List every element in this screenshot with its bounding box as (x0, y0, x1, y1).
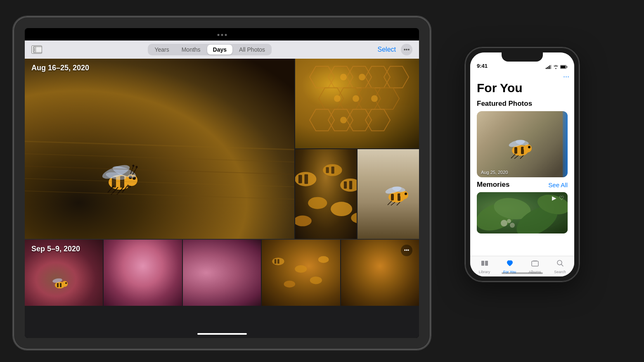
section-label-sep: Sep 5–9, 2020 (31, 245, 80, 253)
tab-all-photos[interactable]: All Photos (233, 45, 271, 55)
photo-honeycomb-top[interactable] (295, 59, 419, 148)
svg-rect-74 (60, 283, 62, 287)
svg-rect-1 (410, 33, 411, 36)
library-icon (481, 259, 489, 269)
sep-bg-3 (183, 240, 261, 306)
svg-point-66 (405, 193, 407, 195)
svg-rect-80 (277, 259, 279, 264)
svg-rect-111 (485, 261, 488, 266)
svg-rect-86 (547, 67, 548, 69)
svg-line-28 (25, 179, 294, 187)
svg-point-108 (510, 223, 515, 228)
memories-header: Memories See All (477, 181, 568, 189)
svg-rect-92 (561, 66, 566, 68)
heart-icon: ♡ (559, 195, 564, 201)
svg-point-58 (308, 197, 327, 209)
tab-albums[interactable]: Albums (522, 259, 547, 274)
svg-rect-73 (57, 283, 59, 287)
photo-sep-2[interactable] (104, 240, 182, 306)
tab-for-you[interactable]: For You (497, 259, 522, 274)
svg-point-109 (507, 219, 511, 223)
foryou-more-icon: ··· (563, 72, 569, 81)
svg-line-69 (388, 201, 392, 205)
sidebar-toggle-button[interactable] (31, 45, 42, 54)
svg-line-101 (514, 155, 519, 159)
tab-days[interactable]: Days (207, 45, 232, 55)
svg-rect-95 (521, 147, 524, 154)
iphone-device: 9:41 (464, 47, 580, 282)
iphone-notch (502, 52, 543, 62)
svg-point-55 (340, 179, 357, 192)
ipad-tab-group: Years Months Days All Photos (148, 44, 272, 55)
ipad-device: 9:41 AM Tues Aug 16 100% (12, 16, 431, 350)
section-more-button[interactable]: ••• (401, 245, 412, 256)
tab-search[interactable]: Search (547, 259, 573, 274)
ipad-frame: 9:41 AM Tues Aug 16 100% (12, 16, 431, 350)
svg-line-25 (25, 141, 294, 150)
section-more-icon: ••• (404, 248, 410, 253)
ipad-statusbar-left: 9:41 AM Tues Aug 16 (33, 31, 83, 37)
svg-rect-94 (514, 147, 517, 154)
photo-sep-4[interactable] (262, 240, 340, 306)
svg-point-59 (331, 202, 352, 216)
ipad-dot-3 (225, 34, 227, 36)
svg-rect-63 (391, 194, 394, 200)
svg-line-26 (25, 154, 294, 162)
photo-sep-3[interactable] (183, 240, 261, 306)
svg-rect-85 (546, 68, 547, 69)
svg-point-60 (295, 216, 312, 226)
svg-point-44 (359, 74, 365, 81)
sep-bees-4 (270, 246, 332, 299)
foryou-more-button[interactable]: ··· (563, 72, 569, 81)
svg-point-76 (65, 282, 67, 284)
tab-library-label: Library (479, 270, 490, 274)
iphone-screen: 9:41 (470, 52, 574, 276)
svg-rect-64 (398, 193, 400, 201)
memories-photo[interactable]: ▶ ♡ (477, 192, 568, 233)
photo-bees-cluster[interactable] (295, 149, 357, 239)
featured-photos-label: Featured Photos (470, 98, 574, 111)
wood-texture (25, 59, 294, 239)
select-button[interactable]: Select (378, 46, 396, 53)
photo-section-aug: Aug 16–25, 2020 (25, 59, 419, 239)
svg-point-61 (351, 212, 357, 223)
svg-point-46 (353, 95, 359, 102)
svg-point-83 (284, 281, 295, 287)
iphone-volume-up-button (464, 81, 465, 92)
iphone-side-button (579, 89, 580, 110)
iphone-time: 9:41 (477, 63, 488, 69)
see-all-button[interactable]: See All (548, 181, 568, 188)
tab-months[interactable]: Months (176, 45, 206, 55)
sidebar-icon (32, 46, 43, 53)
tab-years[interactable]: Years (149, 45, 175, 55)
honeycomb-svg (295, 59, 419, 148)
svg-rect-87 (548, 66, 549, 69)
more-options-button[interactable]: ••• (401, 44, 412, 55)
svg-line-71 (397, 202, 400, 205)
svg-line-102 (520, 155, 523, 159)
albums-icon (531, 259, 539, 269)
svg-point-96 (523, 144, 532, 152)
ipad-screen: 9:41 AM Tues Aug 16 100% (25, 28, 419, 338)
photo-bee-ground[interactable] (358, 149, 419, 239)
tab-library[interactable]: Library (472, 259, 497, 274)
bee-ground-bg (358, 149, 419, 239)
svg-rect-54 (331, 167, 334, 174)
featured-blue-strip (563, 111, 568, 177)
foryou-title: For You (470, 81, 574, 98)
svg-rect-53 (326, 167, 329, 173)
ipad-dot-1 (217, 34, 219, 36)
svg-marker-42 (365, 110, 390, 131)
featured-photo[interactable]: Aug 25, 2020 (477, 111, 568, 177)
ipad-toolbar: Years Months Days All Photos Select ••• (25, 40, 419, 59)
svg-point-65 (400, 191, 408, 199)
memories-title: Memories (477, 181, 509, 189)
ipad-power-button (431, 58, 431, 74)
photo-main-bee-wood[interactable] (25, 59, 294, 239)
ipad-dots (217, 34, 227, 36)
foryou-header: ··· (470, 71, 574, 81)
section1-right (295, 59, 419, 239)
battery-icon (402, 32, 411, 37)
ipad-dot-2 (221, 34, 223, 36)
svg-point-107 (501, 220, 507, 226)
